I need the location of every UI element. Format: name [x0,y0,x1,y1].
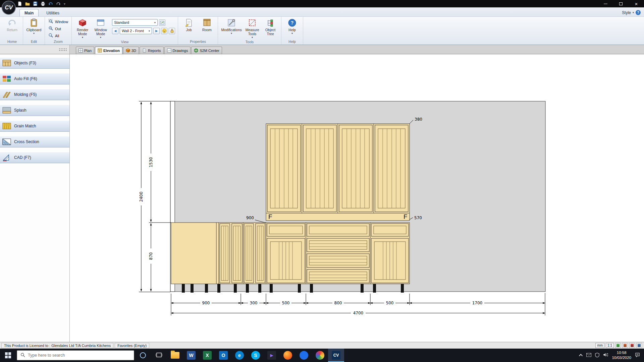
base-cabinets[interactable] [171,223,410,293]
ribbon-group-zoom: Window Out All Zoom [45,17,72,45]
scale-indicator[interactable]: 1:1 [606,343,614,348]
tab-elevation[interactable]: Elevation [95,47,122,54]
s2m-icon [194,48,198,53]
splash-icon [2,107,11,114]
clipboard-button[interactable]: Clipboard ▾ [25,18,43,36]
sidebar-item-objects[interactable]: Objects (F3) [0,57,69,69]
help-button[interactable]: ? Help ▾ [283,18,301,36]
render-mode-button[interactable]: Render Mode ▾ [74,18,91,40]
system-tray: 10:58 10/03/2020 [580,350,644,360]
firefox-button[interactable] [280,349,296,362]
dim-base-height: 870 [149,252,153,260]
tray-shield-icon[interactable] [595,353,599,358]
modifications-button[interactable]: Modifications ▾ [220,18,243,36]
sidebar-item-splash[interactable]: Splash [0,105,69,116]
return-button[interactable]: Return [3,18,21,33]
status-settings-icon[interactable] [636,343,642,348]
search-input[interactable] [28,353,118,358]
tab-reports[interactable]: Reports [140,47,164,54]
new-document-icon[interactable] [17,1,22,6]
plan-icon [78,48,83,53]
media-player-button[interactable]: ▶ [264,349,280,362]
start-button[interactable] [0,349,16,362]
style-dropdown[interactable]: Style [622,10,631,15]
render-style-select[interactable]: Standard▾ [112,19,158,26]
zoom-all-icon [48,33,53,39]
tab-plan[interactable]: Plan [76,47,94,54]
favorites-panel[interactable]: Favorites (Empty) [115,343,149,348]
minimize-button[interactable] [598,0,613,7]
zoom-all-button[interactable]: All [47,33,69,39]
excel-button[interactable]: X [199,349,215,362]
cortana-button[interactable] [135,349,151,362]
smiley-view-button[interactable] [161,28,167,34]
tab-drawings[interactable]: Drawings [164,47,191,54]
status-grid-icon[interactable] [615,343,621,348]
callout-900: 900 [246,216,254,220]
taskbar-search[interactable] [17,350,134,360]
task-view-button[interactable] [151,349,167,362]
drawings-icon [167,48,171,53]
zoom-out-button[interactable]: Out [47,25,69,32]
sidebar-item-cad[interactable]: CAD (F7) [0,152,69,163]
save-icon[interactable] [33,1,38,6]
elevation-drawing[interactable]: F F [70,54,644,342]
open-icon[interactable] [25,1,30,6]
taskbar-clock[interactable]: 10:58 10/03/2020 [612,350,631,360]
ribbon: Return Home Clipboard ▾ Edit Window [0,17,644,45]
upper-cabinets[interactable] [266,124,410,221]
job-button[interactable]: Job [180,18,198,33]
tray-mail-icon[interactable] [586,353,591,358]
sidebar-item-grain-match[interactable]: Grain Match [0,120,69,132]
tray-volume-icon[interactable] [603,353,608,358]
grain-match-icon [2,122,11,130]
outlook-button[interactable]: O [215,349,231,362]
app-logo[interactable]: CV [2,1,16,15]
paint-button[interactable] [312,349,328,362]
status-render-icon[interactable] [622,343,628,348]
sidebar-grip-handle[interactable] [59,48,67,51]
dim-500a: 500 [282,301,290,305]
ribbon-tab-utilities[interactable]: Utilities [41,9,64,16]
clipboard-icon [30,18,38,27]
window-mode-button[interactable]: Window Mode ▾ [92,18,109,40]
close-button[interactable]: × [629,0,644,7]
drawing-canvas[interactable]: F F [70,54,644,342]
room-button[interactable]: Room [198,18,216,33]
sidebar-item-molding[interactable]: Molding (F5) [0,89,69,100]
blue-app-button[interactable] [296,349,312,362]
action-center-icon[interactable] [635,353,640,358]
redo-icon[interactable] [56,1,61,6]
zoom-window-button[interactable]: Window [47,18,69,25]
wall-select[interactable]: Wall 2 - Front▾ [120,27,152,34]
word-button[interactable]: W [183,349,199,362]
sidebar-item-cross-section[interactable]: Cross Section [0,136,69,147]
chevron-down-icon[interactable]: ▾ [633,11,634,14]
units-indicator[interactable]: mm [595,343,604,348]
tray-chevron-icon[interactable] [579,354,583,358]
maximize-button[interactable] [613,0,629,7]
edge-button[interactable]: e [231,349,248,362]
undo-icon[interactable] [48,1,53,6]
measure-tools-button[interactable]: Measure Tools ▾ [244,18,261,40]
group-label-zoom: Zoom [45,39,71,45]
document-tab-strip: Plan Elevation 3D Reports Drawings S2M C… [70,45,222,54]
object-tree-button[interactable]: Object Tree [262,18,279,37]
file-explorer-button[interactable] [167,349,183,362]
lock-view-button[interactable] [169,28,175,34]
cabinet-vision-button[interactable]: CV [328,349,344,362]
previous-wall-button[interactable]: ◀ [112,28,118,34]
status-print-icon[interactable] [629,343,635,348]
taskbar: W X O e S ▶ CV 10:58 10/03/2020 [0,349,644,362]
print-icon[interactable] [41,1,45,6]
qat-customize-icon[interactable]: ▾ [64,2,65,6]
tab-3d[interactable]: 3D [123,47,139,54]
cross-section-icon [2,138,11,145]
tab-s2m-center[interactable]: S2M Center [191,47,222,54]
ribbon-tab-main[interactable]: Main [19,9,39,16]
fit-window-button[interactable] [159,19,165,26]
skype-button[interactable]: S [248,349,264,362]
style-help-icon[interactable]: ? [636,10,641,15]
sidebar-item-autofill[interactable]: Auto Fill (F6) [0,73,69,84]
next-wall-button[interactable]: ▶ [153,28,160,34]
